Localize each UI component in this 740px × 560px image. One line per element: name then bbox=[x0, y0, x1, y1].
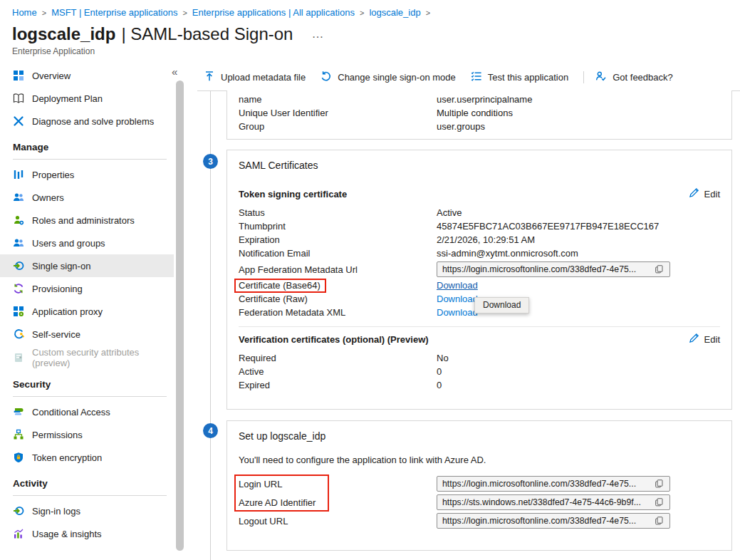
sidebar-scrollbar[interactable] bbox=[176, 81, 184, 551]
sidebar-item-permissions[interactable]: Permissions bbox=[0, 423, 174, 446]
upload-icon bbox=[204, 71, 215, 84]
provisioning-icon bbox=[13, 283, 24, 294]
logout-url-field[interactable]: https://login.microsoftonline.com/338dfe… bbox=[437, 513, 670, 529]
download-certificate-base64-link[interactable]: Download bbox=[437, 280, 478, 291]
got-feedback-button[interactable]: Got feedback? bbox=[595, 71, 673, 84]
single-sign-on-icon bbox=[13, 260, 24, 271]
attribute-row: Unique User Identifier Multiple conditio… bbox=[239, 106, 720, 120]
sidebar-item-custom-security-attributes[interactable]: Custom security attributes (preview) bbox=[0, 346, 174, 370]
download-federation-metadata-xml-link[interactable]: Download bbox=[437, 307, 478, 318]
breadcrumb-all-applications[interactable]: Enterprise applications | All applicatio… bbox=[192, 7, 355, 18]
azure-portal-page: Home > MSFT | Enterprise applications > … bbox=[0, 0, 740, 560]
sidebar-item-self-service[interactable]: Self-service bbox=[0, 323, 174, 346]
sign-in-logs-icon bbox=[13, 505, 24, 517]
sidebar-item-owners[interactable]: Owners bbox=[0, 186, 174, 209]
command-bar: Upload metadata file Change single sign-… bbox=[204, 68, 688, 85]
breadcrumb-logscale-idp[interactable]: logscale_idp bbox=[369, 7, 420, 18]
sidebar-item-roles-administrators[interactable]: Roles and administrators bbox=[0, 209, 174, 232]
deployment-plan-icon bbox=[13, 93, 24, 104]
saml-certificates-title: SAML Certificates bbox=[239, 159, 720, 172]
edit-pencil-icon bbox=[689, 187, 699, 200]
attribute-row: name user.userprincipalname bbox=[239, 93, 720, 106]
attribute-row: Group user.groups bbox=[239, 120, 720, 133]
breadcrumb-home[interactable]: Home bbox=[12, 7, 37, 18]
test-application-icon bbox=[471, 71, 482, 84]
logout-url-row: Logout URL https://login.microsoftonline… bbox=[239, 512, 720, 530]
usage-insights-icon bbox=[13, 528, 24, 539]
azure-ad-identifier-field[interactable]: https://sts.windows.net/338dfed7-4e75-44… bbox=[437, 494, 670, 510]
sidebar-section-activity: Activity bbox=[13, 478, 167, 496]
more-menu-icon[interactable]: … bbox=[311, 27, 324, 41]
page-header: Home > MSFT | Enterprise applications > … bbox=[0, 0, 740, 56]
verification-expired-row: Expired 0 bbox=[239, 378, 720, 392]
sidebar-item-deployment-plan[interactable]: Deployment Plan bbox=[0, 87, 174, 110]
step-4-badge: 4 bbox=[203, 423, 218, 438]
cert-expiration-row: Expiration 2/21/2026, 10:29:51 AM bbox=[239, 233, 720, 247]
sidebar-item-diagnose-solve-problems[interactable]: Diagnose and solve problems bbox=[0, 110, 174, 133]
users-groups-icon bbox=[13, 237, 24, 249]
application-proxy-icon bbox=[13, 306, 24, 317]
properties-icon bbox=[13, 169, 24, 180]
download-certificate-raw-link[interactable]: Download bbox=[437, 294, 478, 304]
cert-status-row: Status Active bbox=[239, 206, 720, 219]
change-mode-icon bbox=[321, 71, 332, 84]
token-signing-certificate-heading: Token signing certificate bbox=[239, 189, 347, 199]
step-3-badge: 3 bbox=[203, 154, 218, 169]
sidebar-item-single-sign-on[interactable]: Single sign-on bbox=[0, 254, 174, 277]
sidebar-item-properties[interactable]: Properties bbox=[0, 163, 174, 186]
permissions-icon bbox=[13, 429, 24, 440]
setup-card-title: Set up logscale_idp bbox=[239, 430, 720, 442]
setup-app-card: Set up logscale_idp You'll need to confi… bbox=[226, 420, 732, 551]
sidebar-item-provisioning[interactable]: Provisioning bbox=[0, 277, 174, 300]
login-url-row: Login URL https://login.microsoftonline.… bbox=[239, 475, 720, 493]
login-url-field[interactable]: https://login.microsoftonline.com/338dfe… bbox=[437, 476, 670, 492]
change-single-sign-on-mode-button[interactable]: Change single sign-on mode bbox=[321, 71, 456, 84]
sidebar-nav: Overview Deployment Plan Diagnose and so… bbox=[0, 64, 174, 560]
sidebar-item-token-encryption[interactable]: Token encryption bbox=[0, 446, 174, 469]
upload-metadata-file-button[interactable]: Upload metadata file bbox=[204, 71, 306, 84]
overview-icon bbox=[13, 70, 24, 81]
page-subtitle: Enterprise Application bbox=[12, 46, 740, 56]
edit-verification-certificates-button[interactable]: Edit bbox=[689, 333, 720, 346]
diagnose-icon bbox=[13, 115, 24, 127]
conditional-access-icon bbox=[13, 406, 24, 418]
breadcrumb: Home > MSFT | Enterprise applications > … bbox=[12, 7, 740, 18]
test-this-application-button[interactable]: Test this application bbox=[471, 71, 568, 84]
certificate-base64-row: Certificate (Base64) Download bbox=[239, 279, 720, 292]
verification-required-row: Required No bbox=[239, 351, 720, 365]
sidebar-section-manage: Manage bbox=[13, 142, 167, 160]
copy-icon[interactable] bbox=[655, 497, 665, 507]
certificate-downloads: Certificate (Base64) Download Certificat… bbox=[239, 279, 720, 319]
cert-thumbprint-row: Thumbprint 45874E5FBC71AC03B667EE9717FB9… bbox=[239, 219, 720, 233]
certificate-base64-label-annotated: Certificate (Base64) bbox=[234, 279, 326, 293]
owners-icon bbox=[13, 192, 24, 203]
sidebar-item-usage-insights[interactable]: Usage & insights bbox=[0, 522, 174, 545]
breadcrumb-msft-enterprise-applications[interactable]: MSFT | Enterprise applications bbox=[51, 7, 177, 18]
page-title-app-name: logscale_idp bbox=[12, 24, 115, 44]
copy-icon[interactable] bbox=[655, 264, 665, 274]
verification-active-row: Active 0 bbox=[239, 365, 720, 378]
feedback-icon bbox=[595, 71, 607, 84]
toolbar-separator bbox=[583, 71, 584, 83]
roles-administrators-icon bbox=[13, 214, 24, 226]
breadcrumb-separator: > bbox=[182, 9, 187, 17]
app-federation-metadata-url-field[interactable]: https://login.microsoftonline.com/338dfe… bbox=[437, 261, 670, 277]
sidebar-item-overview[interactable]: Overview bbox=[0, 64, 174, 87]
attributes-claims-card: name user.userprincipalname Unique User … bbox=[226, 90, 732, 140]
sidebar-collapse-icon[interactable]: « bbox=[172, 66, 177, 78]
self-service-icon bbox=[13, 328, 24, 340]
app-federation-metadata-url-row: App Federation Metadata Url https://logi… bbox=[239, 260, 720, 279]
edit-pencil-icon bbox=[689, 333, 699, 346]
copy-icon[interactable] bbox=[655, 479, 665, 489]
sidebar-item-sign-in-logs[interactable]: Sign-in logs bbox=[0, 499, 174, 522]
verification-certificates-heading: Verification certificates (optional) (Pr… bbox=[239, 334, 429, 345]
edit-token-certificate-button[interactable]: Edit bbox=[689, 187, 720, 200]
copy-icon[interactable] bbox=[655, 516, 665, 526]
page-title-blade-name: | SAML-based Sign-on bbox=[121, 24, 293, 44]
sidebar-item-users-groups[interactable]: Users and groups bbox=[0, 232, 174, 254]
setup-card-description: You'll need to configure the application… bbox=[239, 454, 720, 466]
sidebar-item-application-proxy[interactable]: Application proxy bbox=[0, 300, 174, 323]
cert-notification-email-row: Notification Email ssi-admin@xytmt.onmic… bbox=[239, 247, 720, 260]
breadcrumb-separator: > bbox=[42, 9, 46, 17]
sidebar-item-conditional-access[interactable]: Conditional Access bbox=[0, 400, 174, 423]
